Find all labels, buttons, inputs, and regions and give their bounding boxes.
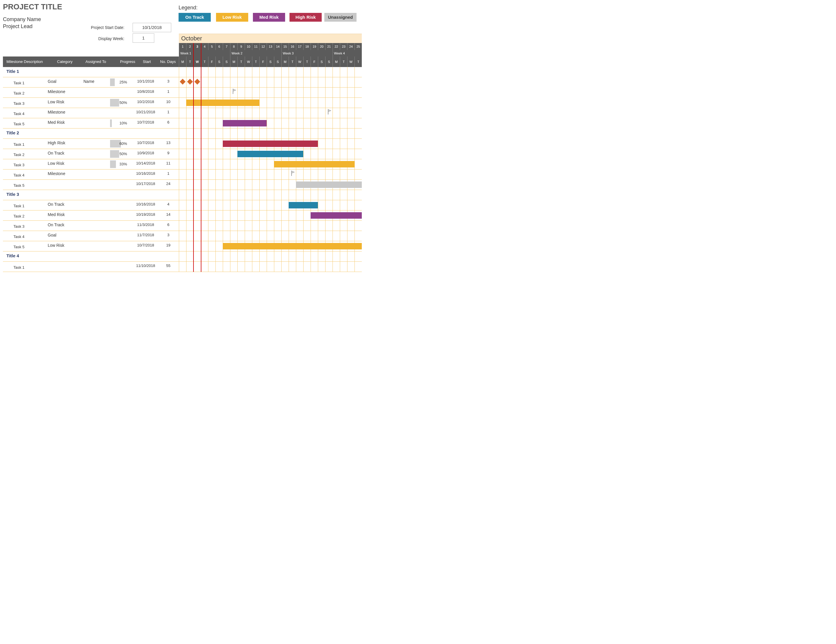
task-category: Low Risk [48,161,64,166]
dow-cell: T [354,57,362,67]
task-days: 3 [161,233,176,237]
task-start: 10/1/2018 [135,79,157,83]
column-header: Milestone Description Category Assigned … [3,57,179,67]
task-start: 10/2/2018 [135,100,157,104]
task-row[interactable]: Task 5Med Risk10%10/7/20186 [3,118,362,129]
dow-cell: S [274,57,281,67]
dow-cell: T [289,57,296,67]
day-number: 4 [201,43,208,50]
task-start: 10/17/2018 [135,181,157,186]
task-name: Task 5 [13,183,24,188]
col-category: Category [57,59,73,64]
gantt-bar[interactable] [296,181,362,188]
task-row[interactable]: Task 2On Track50%10/9/20189 [3,149,362,159]
task-category: Low Risk [48,243,64,248]
task-days: 6 [161,222,176,227]
task-row[interactable]: Task 3Low Risk33%10/14/201811 [3,159,362,170]
task-row[interactable]: Task 1On Track10/16/20184 [3,200,362,211]
task-category: Low Risk [48,100,64,104]
task-name: Task 2 [13,214,24,218]
dow-cell: T [252,57,260,67]
dow-cell: W [296,57,303,67]
day-number: 1 [179,43,186,50]
gantt-bar[interactable] [274,161,354,167]
task-name: Task 1 [13,204,24,208]
gantt-bar[interactable] [223,243,362,249]
task-start: 10/19/2018 [135,212,157,217]
task-row[interactable]: Task 3On Track11/3/20186 [3,221,362,231]
task-days: 11 [161,161,176,165]
week-label: Week 4 [333,50,362,57]
task-row[interactable]: Task 2Med Risk10/19/201814 [3,211,362,221]
day-number: 14 [274,43,281,50]
task-days: 55 [161,263,176,268]
task-category: Med Risk [48,120,65,125]
task-row[interactable]: Task 1High Risk60%10/7/201813 [3,139,362,149]
task-row[interactable]: Task 1GoalName25%10/1/20183 [3,77,362,88]
task-category: Milestone [48,89,65,94]
display-week-input[interactable]: 1 [132,33,154,43]
company-name: Company Name [3,16,41,23]
start-date-input[interactable]: 10/1/2018 [132,23,171,32]
task-days: 4 [161,202,176,206]
task-start: 11/7/2018 [135,233,157,237]
task-row[interactable]: Task 4Milestone10/21/20181 [3,108,362,118]
section-title: Title 4 [7,253,19,258]
task-start: 10/16/2018 [135,202,157,206]
task-name: Task 3 [13,101,24,106]
task-name: Task 1 [13,265,24,270]
task-category: High Risk [48,141,65,145]
week-label-row: Week 1Week 2Week 3Week 4 [179,50,362,57]
dow-cell: M [333,57,340,67]
dow-cell: S [223,57,230,67]
task-name: Task 3 [13,163,24,167]
legend-high-risk: High Risk [289,13,322,22]
day-number: 9 [237,43,245,50]
col-days: No. Days [160,59,176,64]
task-start: 10/9/2018 [135,151,157,155]
task-name: Task 4 [13,111,24,116]
gantt-bar[interactable] [186,100,260,106]
task-row[interactable]: Task 510/17/201824 [3,180,362,190]
section-row: Title 2 [3,129,362,139]
task-category: On Track [48,151,64,155]
gantt-body: Title 1Task 1GoalName25%10/1/20183Task 2… [3,67,362,272]
task-name: Task 4 [13,173,24,177]
gantt-bar[interactable] [237,151,303,157]
col-progress: Progress [120,59,135,64]
day-number: 5 [208,43,216,50]
task-start: 10/7/2018 [135,243,157,247]
task-progress: 50% [110,150,128,158]
project-lead: Project Lead [3,23,33,29]
task-category: Milestone [48,110,65,114]
section-row: Title 4 [3,252,362,262]
week-label: Week 2 [230,50,281,57]
gantt-bar[interactable] [223,120,267,126]
day-number: 25 [354,43,362,50]
gantt-bar[interactable] [289,202,318,208]
day-number: 6 [216,43,223,50]
day-number: 23 [340,43,347,50]
task-category: On Track [48,202,64,207]
task-name: Task 4 [13,234,24,239]
day-number: 20 [318,43,325,50]
dow-cell: F [310,57,318,67]
day-number: 7 [223,43,230,50]
legend-low-risk: Low Risk [216,13,248,22]
task-row[interactable]: Task 4Milestone10/16/20181 [3,170,362,180]
gantt-bar[interactable] [223,141,318,147]
task-name: Task 1 [13,142,24,147]
task-row[interactable]: Task 111/10/201855 [3,262,362,272]
task-row[interactable]: Task 3Low Risk50%10/2/201810 [3,98,362,108]
task-row[interactable]: Task 5Low Risk10/7/201819 [3,241,362,252]
task-row[interactable]: Task 4Goal11/7/20183 [3,231,362,241]
milestone-flag-icon [232,89,237,94]
today-line-right [201,43,201,272]
task-row[interactable]: Task 2Milestone10/8/20181 [3,88,362,98]
day-number: 11 [252,43,260,50]
task-name: Task 2 [13,91,24,95]
gantt-bar[interactable] [310,212,362,219]
milestone-flag-icon [328,109,331,114]
day-number: 15 [281,43,289,50]
task-start: 10/7/2018 [135,120,157,124]
